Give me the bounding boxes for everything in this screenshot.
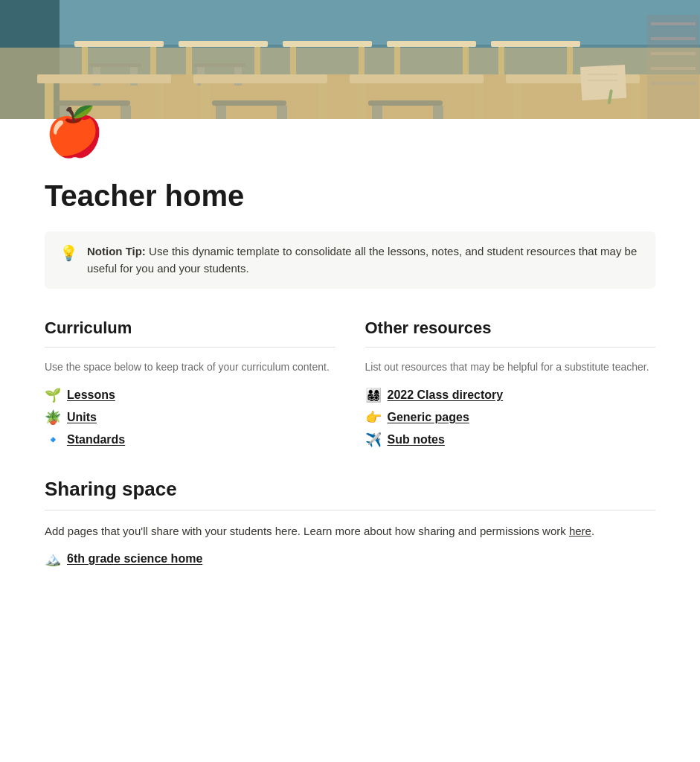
- list-item: 🏔️ 6th grade science home: [45, 551, 655, 567]
- sharing-heading: Sharing space: [45, 478, 655, 501]
- standards-icon: 🔹: [45, 432, 61, 448]
- page-title: Teacher home: [45, 178, 655, 214]
- svg-rect-7: [89, 63, 141, 67]
- svg-rect-16: [283, 41, 372, 47]
- hero-image: [0, 0, 700, 119]
- generic-pages-icon: 👉: [365, 409, 382, 426]
- svg-rect-23: [498, 47, 504, 77]
- tip-text: Notion Tip: Use this dynamic template to…: [87, 243, 640, 277]
- other-resources-heading: Other resources: [365, 318, 656, 338]
- sharing-description: Add pages that you'll share with your st…: [45, 522, 655, 540]
- class-directory-icon: 👨‍👩‍👧‍👦: [365, 387, 382, 403]
- svg-rect-53: [651, 52, 696, 55]
- list-item: 👨‍👩‍👧‍👦 2022 Class directory: [365, 387, 656, 403]
- svg-rect-25: [37, 74, 171, 83]
- svg-rect-46: [580, 65, 626, 100]
- apple-emoji: 🍎: [45, 104, 655, 160]
- list-item: 🔹 Standards: [45, 432, 335, 448]
- svg-rect-8: [93, 67, 100, 86]
- svg-rect-22: [491, 41, 580, 47]
- svg-rect-11: [186, 47, 192, 77]
- svg-rect-17: [290, 47, 296, 77]
- svg-rect-51: [651, 22, 696, 25]
- svg-rect-31: [193, 74, 327, 83]
- other-resources-description: List out resources that may be helpful f…: [365, 359, 656, 375]
- curriculum-list: 🌱 Lessons 🪴 Units 🔹 Standards: [45, 387, 335, 448]
- sharing-section: Sharing space Add pages that you'll shar…: [45, 478, 655, 567]
- svg-rect-12: [254, 47, 260, 77]
- sharing-section-wrapper: ⠿ Sharing space Add pages that you'll sh…: [45, 478, 655, 567]
- sharing-desc-after: .: [591, 525, 594, 537]
- sharing-here-link[interactable]: here: [569, 525, 591, 537]
- sub-notes-link[interactable]: Sub notes: [388, 433, 445, 446]
- curriculum-section: Curriculum Use the space below to keep t…: [45, 318, 335, 448]
- svg-rect-20: [394, 47, 400, 77]
- svg-rect-52: [651, 37, 696, 40]
- sharing-divider: [45, 510, 655, 510]
- list-item: 👉 Generic pages: [365, 409, 656, 426]
- tip-icon: 💡: [60, 244, 78, 262]
- standards-link[interactable]: Standards: [67, 433, 125, 446]
- curriculum-divider: [45, 347, 335, 348]
- list-item: 🌱 Lessons: [45, 387, 335, 403]
- svg-rect-21: [463, 47, 469, 77]
- sharing-list: 🏔️ 6th grade science home: [45, 551, 655, 567]
- generic-pages-link[interactable]: Generic pages: [388, 411, 469, 424]
- svg-rect-9: [130, 67, 138, 86]
- list-item: ✈️ Sub notes: [365, 432, 656, 448]
- tip-body: Use this dynamic template to consolidate…: [87, 245, 637, 275]
- svg-rect-24: [567, 47, 573, 77]
- svg-rect-37: [350, 74, 484, 83]
- lessons-icon: 🌱: [45, 387, 61, 403]
- svg-rect-14: [197, 67, 205, 86]
- svg-rect-10: [179, 41, 268, 47]
- other-resources-section: Other resources List out resources that …: [365, 318, 656, 448]
- science-home-link[interactable]: 6th grade science home: [67, 552, 202, 566]
- svg-rect-43: [506, 74, 640, 83]
- svg-rect-3: [0, 0, 60, 119]
- svg-rect-13: [193, 63, 245, 67]
- sub-notes-icon: ✈️: [365, 432, 382, 448]
- svg-rect-15: [234, 67, 242, 86]
- svg-rect-1: [0, 0, 700, 45]
- svg-rect-5: [82, 47, 88, 77]
- class-directory-link[interactable]: 2022 Class directory: [388, 388, 504, 402]
- curriculum-description: Use the space below to keep track of you…: [45, 359, 335, 375]
- two-column-layout: Curriculum Use the space below to keep t…: [45, 318, 655, 448]
- lessons-link[interactable]: Lessons: [67, 388, 115, 402]
- science-home-icon: 🏔️: [45, 551, 61, 567]
- svg-rect-50: [647, 15, 699, 119]
- svg-rect-49: [608, 89, 613, 104]
- list-item: 🪴 Units: [45, 409, 335, 426]
- units-icon: 🪴: [45, 409, 61, 426]
- svg-rect-6: [150, 47, 156, 77]
- svg-rect-54: [651, 67, 696, 70]
- other-resources-divider: [365, 347, 656, 348]
- svg-rect-55: [651, 82, 696, 85]
- svg-rect-4: [74, 41, 164, 47]
- other-resources-list: 👨‍👩‍👧‍👦 2022 Class directory 👉 Generic p…: [365, 387, 656, 448]
- tip-label: Notion Tip:: [87, 245, 146, 257]
- curriculum-heading: Curriculum: [45, 318, 335, 338]
- svg-rect-18: [359, 47, 365, 77]
- sharing-desc-before: Add pages that you'll share with your st…: [45, 525, 569, 537]
- svg-rect-0: [0, 0, 700, 119]
- units-link[interactable]: Units: [67, 411, 97, 424]
- svg-rect-19: [387, 41, 476, 47]
- tip-box: 💡 Notion Tip: Use this dynamic template …: [45, 231, 655, 289]
